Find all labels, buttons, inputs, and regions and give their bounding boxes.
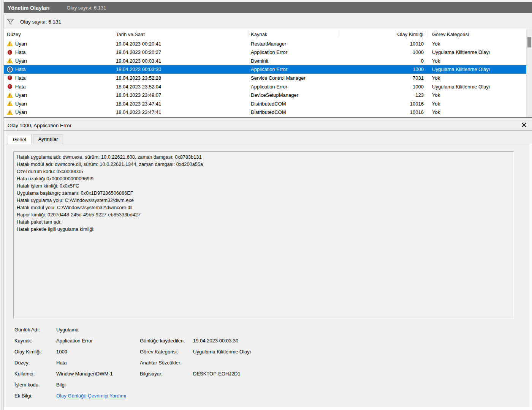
field-value: 1000	[56, 349, 67, 355]
table-scrollbar[interactable]	[526, 29, 532, 117]
detail-tabs: Genel Ayrıntılar	[8, 134, 65, 144]
table-row[interactable]: Hata 19.04.2023 00:03:30 Application Err…	[4, 65, 526, 74]
detail-field-row: Olay Kimliği: 1000 Görev Kategorisi: Uyg…	[4, 347, 529, 358]
detail-title-bar: Olay 1000, Application Error	[4, 120, 532, 131]
field-label: Günlük Adı:	[14, 327, 40, 333]
event-description: Hatalı uygulama adı: dwm.exe, sürüm: 10.…	[13, 151, 514, 319]
filter-bar: Olay sayısı: 6.131	[4, 14, 532, 29]
table-scrollbar-thumb[interactable]	[527, 37, 531, 47]
view-title-bar: Yönetim Olayları Olay sayısı: 6.131	[4, 2, 532, 13]
field-label: Günlüğe kaydedilen:	[140, 338, 185, 344]
field-label: Anahtar Sözcükler:	[140, 360, 182, 366]
description-line: Hatalı modül adı: dwmcore.dll, sürüm: 10…	[17, 161, 510, 168]
warning-icon	[7, 109, 13, 115]
description-line: Hatalı işlem kimliği: 0x0x5FC	[17, 182, 510, 189]
detail-field-row: İşlem kodu: Bilgi	[4, 380, 529, 391]
description-line: Hatalı uygulama adı: dwm.exe, sürüm: 10.…	[17, 153, 510, 161]
column-header-datetime[interactable]: Tarih ve Saat	[114, 31, 249, 38]
event-log-online-help-link[interactable]: Olay Günlüğü Çevrimiçi Yardımı	[56, 393, 126, 399]
description-line: Hatalı modül yolu: C:\Windows\system32\d…	[17, 204, 510, 211]
event-table-rows: Uyarı 19.04.2023 00:20:41 RestartManager…	[4, 39, 526, 117]
console-pane-edge	[0, 0, 3, 410]
view-event-count: Olay sayısı: 6.131	[66, 5, 106, 11]
warning-icon	[7, 92, 13, 98]
table-row[interactable]: Hata 18.04.2023 23:52:04 Application Err…	[4, 82, 526, 91]
event-detail-panel: Olay 1000, Application Error Genel Ayrın…	[4, 120, 532, 410]
description-line: Hatalı uygulama yolu: C:\Windows\system3…	[17, 197, 510, 204]
warning-icon	[7, 101, 13, 107]
description-line: Hatalı paketle ilgili uygulama kimliği:	[17, 226, 510, 233]
error-icon	[7, 75, 13, 81]
field-label: Kullanıcı:	[14, 371, 35, 377]
table-row[interactable]: Uyarı 18.04.2023 23:47:41 DistributedCOM…	[4, 99, 526, 108]
event-fields: Günlük Adı: Uygulama Kaynak: Application…	[4, 325, 529, 402]
tab-ayrıntılar[interactable]: Ayrıntılar	[33, 134, 63, 144]
error-icon	[7, 49, 13, 55]
field-value: DESKTOP-EOHJ2D1	[193, 371, 241, 377]
event-table-header: Düzey Tarih ve Saat Kaynak Olay Kimliği …	[4, 29, 526, 39]
field-value: Uygulama	[56, 327, 79, 333]
field-label: Kaynak:	[14, 338, 32, 344]
table-row[interactable]: Uyarı 19.04.2023 00:03:41 Dwminit 0 Yok	[4, 57, 526, 65]
detail-field-row: Düzey: Hata Anahtar Sözcükler:	[4, 358, 529, 369]
field-label: Görev Kategorisi:	[140, 349, 178, 355]
description-line: Hatalı paket tam adı:	[17, 218, 510, 226]
event-table: Düzey Tarih ve Saat Kaynak Olay Kimliği …	[4, 29, 532, 117]
warning-icon	[7, 41, 13, 47]
field-label: Bilgisayar:	[140, 371, 163, 377]
warning-icon	[7, 58, 13, 64]
column-header-source[interactable]: Kaynak	[249, 31, 338, 38]
column-header-level[interactable]: Düzey	[4, 31, 114, 38]
field-value: 19.04.2023 00:03:30	[193, 338, 238, 344]
detail-content: Hatalı uygulama adı: dwm.exe, sürüm: 10.…	[4, 144, 529, 407]
detail-field-row: Ek Bilgi: Olay Günlüğü Çevrimiçi Yardımı	[4, 391, 529, 402]
detail-field-row: Kaynak: Application Error Günlüğe kayded…	[4, 336, 529, 347]
description-line: Özel durum kodu: 0xc0000005	[17, 168, 510, 175]
detail-title: Olay 1000, Application Error	[8, 123, 71, 128]
tab-genel[interactable]: Genel	[8, 134, 32, 144]
field-value: Window Manager\DWM-1	[56, 371, 113, 377]
description-line: Uygulama başlangıç zamanı: 0x0x1D9723650…	[17, 189, 510, 197]
error-icon	[7, 84, 13, 90]
field-label: Olay Kimliği:	[14, 349, 42, 355]
field-value: Uygulama Kilitlenme Olayı	[193, 349, 251, 355]
view-title: Yönetim Olayları	[8, 5, 49, 11]
filter-funnel-icon	[7, 19, 14, 25]
close-icon[interactable]	[521, 122, 527, 128]
detail-field-row: Günlük Adı: Uygulama	[4, 325, 529, 336]
column-header-event-id[interactable]: Olay Kimliği	[338, 31, 428, 38]
pane-splitter[interactable]	[4, 117, 532, 120]
field-label: Ek Bilgi:	[14, 393, 32, 399]
description-line: Rapor kimliği: 0207d448-245d-49b5-9227-e…	[17, 211, 510, 218]
field-label: İşlem kodu:	[14, 382, 40, 388]
table-row[interactable]: Uyarı 18.04.2023 23:49:07 DeviceSetupMan…	[4, 91, 526, 99]
field-value: Bilgi	[56, 382, 66, 388]
table-row[interactable]: Hata 18.04.2023 23:52:28 Service Control…	[4, 74, 526, 82]
error-icon	[7, 66, 13, 73]
detail-field-row: Kullanıcı: Window Manager\DWM-1 Bilgisay…	[4, 369, 529, 380]
detail-bottom-strip	[4, 407, 532, 410]
field-label: Düzey:	[14, 360, 30, 366]
description-line: Hata uzaklığı 0x00000000000969f9	[17, 175, 510, 182]
filter-count-label: Olay sayısı: 6.131	[20, 19, 61, 25]
table-row[interactable]: Hata 19.04.2023 00:20:27 Application Err…	[4, 48, 526, 57]
detail-right-strip	[529, 144, 532, 410]
field-value: Hata	[56, 360, 66, 366]
field-value: Application Error	[56, 338, 93, 344]
column-header-category[interactable]: Görev Kategorisi	[428, 31, 526, 38]
table-row[interactable]: Uyarı 18.04.2023 23:47:41 DistributedCOM…	[4, 108, 526, 117]
table-row[interactable]: Uyarı 19.04.2023 00:20:41 RestartManager…	[4, 39, 526, 48]
